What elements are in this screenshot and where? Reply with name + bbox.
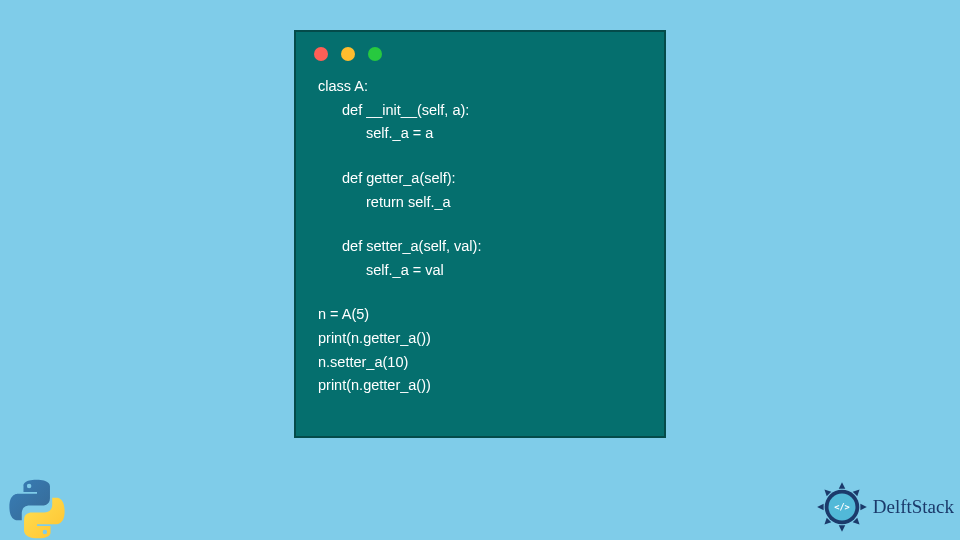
code-line: print(n.getter_a()) — [318, 327, 642, 351]
code-line: class A: — [318, 75, 642, 99]
python-logo-icon — [6, 478, 68, 540]
code-line: def setter_a(self, val): — [318, 235, 642, 259]
svg-marker-6 — [817, 504, 823, 510]
code-body: class A: def __init__(self, a): self._a … — [296, 69, 664, 398]
svg-marker-2 — [860, 504, 866, 510]
blank-line — [318, 146, 642, 167]
brand-name: DelftStack — [873, 496, 954, 518]
window-controls — [296, 32, 664, 69]
svg-text:</>: </> — [834, 502, 850, 512]
code-line: def getter_a(self): — [318, 167, 642, 191]
code-window: class A: def __init__(self, a): self._a … — [294, 30, 666, 438]
code-line: n.setter_a(10) — [318, 351, 642, 375]
code-line: n = A(5) — [318, 303, 642, 327]
code-line: return self._a — [318, 191, 642, 215]
code-line: def __init__(self, a): — [318, 99, 642, 123]
code-line: self._a = a — [318, 122, 642, 146]
code-line: self._a = val — [318, 259, 642, 283]
delftstack-brand: </> DelftStack — [815, 480, 954, 534]
minimize-icon — [341, 47, 355, 61]
svg-marker-4 — [838, 525, 844, 531]
blank-line — [318, 214, 642, 235]
blank-line — [318, 282, 642, 303]
svg-marker-0 — [838, 482, 844, 488]
maximize-icon — [368, 47, 382, 61]
code-line: print(n.getter_a()) — [318, 374, 642, 398]
close-icon — [314, 47, 328, 61]
delftstack-seal-icon: </> — [815, 480, 869, 534]
